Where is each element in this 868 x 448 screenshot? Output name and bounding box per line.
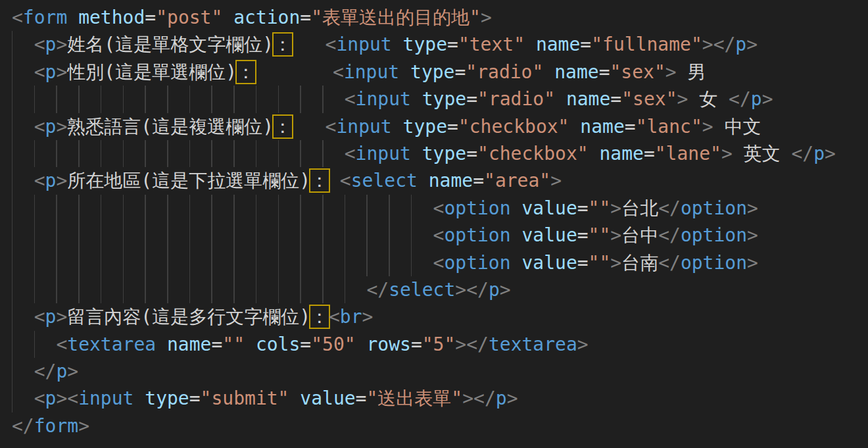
indent-guides	[12, 358, 34, 385]
tag-token: p	[45, 116, 57, 137]
operator-token: =	[300, 7, 311, 28]
tag-token: option	[444, 224, 510, 246]
code-line: <option value="">台中</option>	[12, 222, 868, 249]
punctuation-token: </	[713, 34, 736, 55]
tag-token: textarea	[67, 334, 156, 355]
operator-token: =	[356, 387, 367, 409]
string-token: "submit"	[201, 387, 289, 409]
string-token: "50"	[311, 334, 355, 355]
punctuation-token: </	[12, 415, 34, 437]
string-token: "radio"	[477, 88, 555, 110]
operator-token: =	[466, 88, 477, 110]
operator-token: =	[577, 224, 589, 246]
code-line: <p><input type="submit" value="送出表單"></p…	[12, 385, 868, 412]
indent-guides	[12, 385, 34, 412]
operator-token: =	[599, 61, 610, 83]
attribute-token: cols	[256, 334, 300, 355]
tag-token: p	[751, 88, 762, 110]
tag-token: option	[681, 252, 747, 274]
punctuation-token: <	[433, 252, 445, 274]
tag-token: p	[489, 279, 500, 301]
text-token	[418, 170, 429, 191]
unicode-highlight-box: ：	[235, 60, 256, 84]
operator-token: =	[625, 116, 636, 137]
operator-token: =	[580, 34, 591, 55]
attribute-token: type	[410, 61, 454, 83]
string-token: "5"	[422, 334, 456, 355]
punctuation-token: >	[455, 279, 466, 301]
tag-token: form	[34, 415, 78, 437]
text-token	[392, 116, 403, 137]
tag-token: form	[23, 7, 67, 28]
string-token: "checkbox"	[477, 143, 589, 164]
tag-token: p	[735, 34, 746, 55]
punctuation-token: <	[56, 334, 67, 355]
punctuation-token: <	[345, 88, 356, 110]
tag-token: br	[340, 306, 362, 328]
indent-guides	[12, 222, 433, 249]
attribute-token: type	[403, 34, 447, 55]
code-line: <option value="">台北</option>	[12, 195, 868, 222]
indent-guides	[12, 249, 433, 276]
operator-token: =	[577, 252, 589, 274]
attribute-token: value	[521, 197, 577, 219]
tag-token: p	[45, 34, 57, 55]
text-token	[156, 334, 167, 355]
tag-token: textarea	[489, 334, 577, 355]
operator-token: =	[454, 61, 466, 83]
punctuation-token: >	[577, 334, 589, 355]
text-token: 熟悉語言(這是複選欄位)	[67, 116, 274, 137]
attribute-token: rows	[366, 334, 410, 355]
text-token	[511, 197, 522, 219]
tag-token: p	[45, 306, 57, 328]
punctuation-token: </	[658, 197, 681, 219]
text-token: 台南	[621, 252, 658, 274]
attribute-token: name	[580, 116, 624, 137]
text-token	[411, 88, 422, 110]
code-line: <p>留言內容(這是多行文字欄位)：<br>	[12, 303, 868, 330]
punctuation-token: </	[34, 361, 57, 382]
punctuation-token: </	[658, 224, 681, 246]
code-line: <p>性別(這是單選欄位)： <input type="radio" name=…	[12, 59, 868, 86]
indent-guides	[12, 59, 34, 86]
attribute-token: name	[554, 61, 598, 83]
text-token	[399, 61, 410, 83]
punctuation-token: <	[34, 61, 45, 83]
string-token: ""	[589, 197, 611, 219]
text-token	[289, 387, 300, 409]
tag-token: p	[45, 387, 57, 409]
attribute-token: value	[521, 224, 577, 246]
code-line: </p>	[12, 358, 868, 385]
string-token: "radio"	[466, 61, 543, 83]
indent-guides	[12, 303, 34, 330]
code-editor[interactable]: <form method="post" action="表單送出的目的地"><p…	[0, 0, 868, 448]
text-token	[245, 334, 256, 355]
punctuation-token: >	[550, 170, 562, 191]
tag-token: option	[681, 197, 747, 219]
text-token: 台北	[621, 197, 658, 219]
tag-token: option	[681, 224, 747, 246]
punctuation-token: <	[326, 34, 337, 55]
punctuation-token: >	[677, 88, 688, 110]
text-token: 男	[677, 61, 706, 83]
tag-token: option	[444, 252, 510, 274]
punctuation-token: >	[462, 387, 473, 409]
punctuation-token: <	[340, 170, 351, 191]
punctuation-token: >	[665, 61, 677, 83]
punctuation-token: >	[746, 34, 758, 55]
attribute-token: value	[521, 252, 577, 274]
attribute-token: value	[300, 387, 355, 409]
punctuation-token: </	[792, 143, 814, 164]
unicode-highlight-box: ：	[309, 168, 330, 193]
attribute-token: method	[78, 7, 145, 28]
text-token	[67, 7, 78, 28]
tag-token: p	[496, 387, 507, 409]
operator-token: =	[211, 334, 222, 355]
code-line: <p>熟悉語言(這是複選欄位)： <input type="checkbox" …	[12, 113, 868, 140]
text-token: 所在地區(這是下拉選單欄位)	[67, 170, 310, 191]
attribute-token: type	[422, 143, 466, 164]
code-line: <p>所在地區(這是下拉選單欄位)： <select name="area">	[12, 167, 868, 194]
punctuation-token: >	[362, 306, 374, 328]
string-token: "表單送出的目的地"	[311, 7, 481, 28]
attribute-token: type	[403, 116, 447, 137]
